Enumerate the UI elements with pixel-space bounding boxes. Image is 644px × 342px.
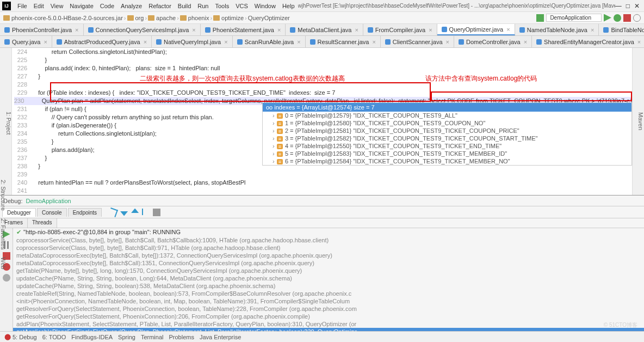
maximize-icon[interactable]: □ (626, 2, 630, 10)
debug-var-row[interactable]: ›≡4 = {PTableImpl@12550} "IDX_TICKET_COU… (263, 142, 631, 150)
debug-var-row[interactable]: ›≡2 = {PTableImpl@12581} "IDX_TICKET_COU… (263, 127, 631, 135)
menu-vcs[interactable]: VCS (232, 2, 251, 10)
file-tab[interactable]: DomeController.java× (454, 36, 532, 47)
tab-close-icon[interactable]: × (637, 39, 641, 45)
status-item[interactable]: Java Enterprise (200, 334, 241, 340)
menu-view[interactable]: View (47, 2, 67, 10)
stack-frame[interactable]: coprocessorService(Class, byte[], byte[]… (13, 236, 644, 244)
file-tab[interactable]: Query.java× (0, 36, 52, 47)
file-tab[interactable]: AbstractProducedQuery.java× (52, 36, 152, 47)
file-tab[interactable]: MetaDataClient.java× (286, 24, 363, 35)
tab-close-icon[interactable]: × (591, 27, 594, 33)
frames-list[interactable]: ✔"http-nio-8085-exec-2"@10,884 in group … (13, 228, 644, 342)
debug-vars-header[interactable]: oo indexes = {ArrayList@12574} size = 7 (263, 103, 631, 112)
tab-close-icon[interactable]: × (355, 27, 358, 33)
tab-close-icon[interactable]: × (506, 26, 510, 33)
stack-frame[interactable]: updateCache(PName, String, String, boole… (13, 282, 644, 290)
file-tab[interactable]: PhoenixStatement.java× (201, 24, 286, 35)
step-over-icon[interactable] (108, 207, 118, 217)
tab-console[interactable]: Console (37, 208, 67, 217)
tab-close-icon[interactable]: × (224, 39, 227, 45)
structure-tab[interactable]: 2: Structure (0, 180, 7, 211)
step-out-icon[interactable] (131, 209, 139, 216)
menu-edit[interactable]: Edit (30, 2, 47, 10)
stack-frame[interactable]: addPlan(PhoenixStatement, SelectStatemen… (13, 320, 644, 328)
code-editor[interactable]: 224 return Collections.singletonList(hin… (12, 48, 632, 195)
menu-build[interactable]: Build (175, 2, 194, 10)
tree-toggle-icon[interactable]: › (273, 150, 275, 157)
project-tool-tab[interactable]: 1: Project (0, 48, 12, 195)
menu-run[interactable]: Run (194, 2, 212, 10)
stack-frame[interactable]: metaDataCoprocessorExec(byte[], Batch$Ca… (13, 252, 644, 259)
breadcrumb-item[interactable]: QueryOptimizer (248, 15, 290, 21)
run-config-selector[interactable]: DemoApplication (546, 14, 602, 22)
file-tab[interactable]: ResultScanner.java× (306, 36, 381, 47)
status-item[interactable]: 6: TODO (42, 334, 66, 340)
tree-toggle-icon[interactable]: › (273, 120, 275, 126)
minimize-icon[interactable]: — (615, 2, 622, 10)
file-tab[interactable]: NativeQueryImpl.java× (152, 36, 233, 47)
file-tab[interactable]: QueryOptimizer.java× (437, 24, 515, 35)
step-into-icon[interactable] (120, 209, 128, 216)
menu-tools[interactable]: Tools (212, 2, 232, 10)
file-tab[interactable]: PhoenixController.java× (0, 24, 84, 35)
stack-frame[interactable]: createTableRef(String, NamedTableNode, b… (13, 290, 644, 297)
menu-code[interactable]: Code (97, 2, 117, 10)
menu-refactor[interactable]: Refactor (145, 2, 175, 10)
thread-row[interactable]: ✔"http-nio-8085-exec-2"@10,884 in group … (13, 228, 644, 236)
status-item[interactable]: FindBugs-IDEA (71, 334, 113, 340)
stack-frame[interactable]: getResolverForQuery(SelectStatement, Pho… (13, 313, 644, 320)
stack-frame[interactable]: <init>(PhoenixConnection, NamedTableNode… (13, 297, 644, 305)
debug-var-row[interactable]: ›≡0 = {PTableImpl@12579} "IDX_TICKET_COU… (263, 112, 631, 119)
stack-frame[interactable]: metaDataCoprocessorExec(byte[], Batch$Ca… (13, 259, 644, 267)
tree-toggle-icon[interactable]: › (273, 112, 275, 119)
tab-debugger[interactable]: Debugger (2, 208, 36, 217)
debug-var-row[interactable]: ›≡3 = {PTableImpl@12582} "IDX_TICKET_COU… (263, 135, 631, 142)
status-item[interactable]: ⬤ 5: Debug (4, 333, 37, 340)
code-line[interactable] (32, 170, 632, 179)
status-item[interactable]: Problems (169, 334, 194, 340)
file-tab[interactable]: BindTableNode.java× (599, 24, 644, 35)
favorites-tab[interactable]: 2: Favorites (0, 218, 7, 249)
tree-toggle-icon[interactable]: › (273, 135, 275, 142)
breadcrumb-item[interactable]: optimize (213, 15, 244, 21)
status-item[interactable]: Spring (118, 334, 135, 340)
breadcrumb-item[interactable]: phoenix-core-5.0.0-HBase-2.0-sources.jar (3, 15, 123, 21)
tab-close-icon[interactable]: × (192, 27, 195, 33)
stack-frame[interactable]: getTable(PName, byte[], byte[], long, lo… (13, 267, 644, 274)
debug-var-row[interactable]: ›≡6 = {PTableImpl@12584} "IDX_TICKET_COU… (263, 157, 631, 165)
stack-frame[interactable]: updateCache(PName, String, String, boole… (13, 274, 644, 282)
tab-close-icon[interactable]: × (277, 27, 281, 33)
tab-close-icon[interactable]: × (297, 39, 300, 45)
breadcrumb-item[interactable]: org (127, 15, 144, 21)
breadcrumb-item[interactable]: apache (148, 15, 176, 21)
stack-frame[interactable]: coprocessorService(Class, byte[], byte[]… (13, 244, 644, 252)
evaluate-icon[interactable] (153, 209, 160, 216)
tree-toggle-icon[interactable]: › (273, 158, 275, 164)
tree-toggle-icon[interactable]: › (273, 127, 275, 134)
tab-close-icon[interactable]: × (446, 39, 449, 45)
menu-window[interactable]: Window (251, 2, 279, 10)
file-tab[interactable]: ClientScanner.java× (381, 36, 454, 47)
status-item[interactable]: Terminal (141, 334, 164, 340)
code-line[interactable]: return Collections.singletonList(hintedP… (32, 48, 632, 56)
tab-close-icon[interactable]: × (524, 39, 527, 45)
code-line[interactable] (32, 187, 632, 195)
file-tab[interactable]: NamedTableNode.java× (515, 24, 599, 35)
debug-var-row[interactable]: ›≡5 = {PTableImpl@12583} "IDX_TICKET_COU… (263, 150, 631, 157)
code-line[interactable]: } (32, 56, 632, 64)
tab-close-icon[interactable]: × (44, 39, 47, 45)
tab-endpoints[interactable]: Endpoints (68, 208, 102, 217)
search-icon[interactable] (633, 14, 641, 22)
code-line[interactable]: return hintedPlan == null ? orderPlansBe… (32, 179, 632, 187)
run-to-cursor-icon[interactable] (142, 209, 150, 215)
file-tab[interactable]: FromCompiler.java× (363, 24, 437, 35)
debug-icon[interactable] (614, 14, 621, 22)
mute-breakpoints-icon[interactable] (3, 274, 10, 282)
tab-close-icon[interactable]: × (372, 39, 375, 45)
hammer-icon[interactable] (536, 14, 544, 22)
code-line[interactable]: plans.add( index: 0, hintedPlan); plans:… (32, 64, 632, 72)
file-tab[interactable]: ScanRunAble.java× (233, 36, 306, 47)
breadcrumb-item[interactable]: phoenix (180, 15, 209, 21)
stop-icon[interactable] (623, 14, 631, 22)
